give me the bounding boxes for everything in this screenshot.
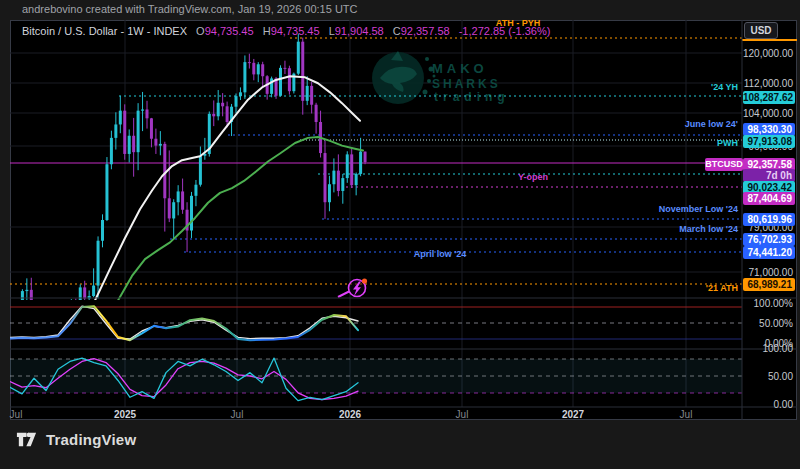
watermark-text: SHARKS: [432, 77, 501, 91]
tradingview-screenshot: andrebovino created with TradingView.com…: [0, 0, 800, 469]
lightning-marker[interactable]: [338, 278, 367, 297]
tradingview-logo-icon: [15, 428, 38, 451]
chart-canvas[interactable]: MAKOSHARKStrading: [0, 0, 800, 469]
axis-highlight-bar: [742, 39, 797, 41]
indicator-pane-2: [10, 358, 742, 401]
watermark-text: trading: [434, 90, 510, 104]
indicator-pane-1: [10, 306, 742, 340]
moving-averages: [95, 76, 363, 300]
tradingview-branding[interactable]: TradingView: [15, 427, 136, 451]
tradingview-logo-text: TradingView: [46, 431, 136, 448]
watermark-text: MAKO: [432, 61, 488, 76]
